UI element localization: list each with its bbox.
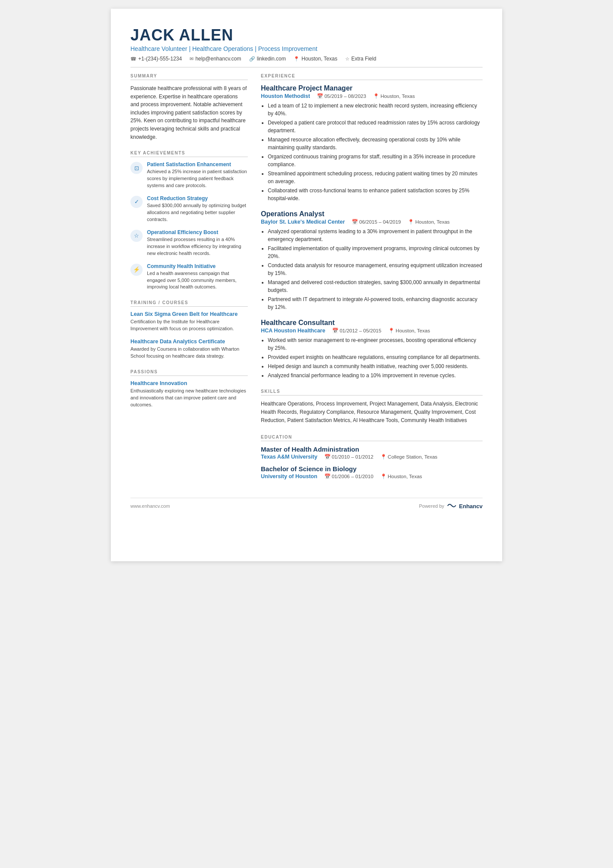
resume-container: JACK ALLEN Healthcare Volunteer | Health… xyxy=(111,9,502,561)
achievement-title-4: Community Health Initiative xyxy=(147,263,248,269)
exp-loc-2: 📍 Houston, Texas xyxy=(408,219,450,225)
exp-meta-1: Houston Methodist 📅 05/2019 – 08/2023 📍 … xyxy=(261,93,483,99)
exp-company-3: HCA Houston Healthcare xyxy=(261,328,325,334)
achievement-item-4: ⚡ Community Health Initiative Led a heal… xyxy=(130,263,248,291)
linkedin-icon: 🔗 xyxy=(249,56,255,62)
exp-meta-3: HCA Houston Healthcare 📅 01/2012 – 05/20… xyxy=(261,328,483,334)
bullet-2-3: Conducted data analysis for resource man… xyxy=(268,261,483,277)
training-title-1: Lean Six Sigma Green Belt for Healthcare xyxy=(130,311,248,317)
achievement-item-2: ✓ Cost Reduction Strategy Saved $300,000… xyxy=(130,195,248,223)
edu-meta-1: Texas A&M University 📅 01/2010 – 01/2012… xyxy=(261,454,483,460)
pin-edu-icon-1: 📍 xyxy=(380,454,386,460)
contact-email: ✉ help@enhancv.com xyxy=(190,56,241,62)
exp-bullets-1: Led a team of 12 to implement a new elec… xyxy=(261,102,483,202)
achievement-title-3: Operational Efficiency Boost xyxy=(147,229,248,235)
summary-text: Passionate healthcare professional with … xyxy=(130,84,248,141)
contact-phone: ☎ +1-(234)-555-1234 xyxy=(130,56,182,62)
exp-item-3: Healthcare Consultant HCA Houston Health… xyxy=(261,319,483,379)
bullet-2-1: Analyzed operational systems leading to … xyxy=(268,228,483,243)
passions-section: PASSIONS Healthcare Innovation Enthusias… xyxy=(130,369,248,409)
edu-loc-2: 📍 Houston, Texas xyxy=(380,473,422,479)
exp-date-3: 📅 01/2012 – 05/2015 xyxy=(332,328,381,334)
exp-item-1: Healthcare Project Manager Houston Metho… xyxy=(261,84,483,202)
bullet-3-1: Worked with senior management to re-engi… xyxy=(268,336,483,352)
edu-school-1: Texas A&M University xyxy=(261,454,317,460)
candidate-title: Healthcare Volunteer | Healthcare Operat… xyxy=(130,45,483,52)
bullet-2-5: Partnered with IT department to integrat… xyxy=(268,295,483,311)
phone-text: +1-(234)-555-1234 xyxy=(138,56,182,62)
candidate-name: JACK ALLEN xyxy=(130,26,483,44)
pin-edu-icon-2: 📍 xyxy=(380,473,386,479)
footer: www.enhancv.com Powered by Enhancv xyxy=(130,498,483,510)
bullet-1-4: Organized continuous training programs f… xyxy=(268,153,483,168)
education-section: EDUCATION Master of Health Administratio… xyxy=(261,435,483,479)
linkedin-text: linkedin.com xyxy=(257,56,286,62)
training-item-1: Lean Six Sigma Green Belt for Healthcare… xyxy=(130,311,248,332)
achievements-section: KEY ACHIEVEMENTS ⊡ Patient Satisfaction … xyxy=(130,151,248,291)
edu-loc-1: 📍 College Station, Texas xyxy=(380,454,437,460)
star-icon: ☆ xyxy=(345,56,350,62)
bullet-1-5: Streamlined appointment scheduling proce… xyxy=(268,170,483,185)
exp-job-title-2: Operations Analyst xyxy=(261,210,483,218)
training-desc-1: Certification by the Institute for Healt… xyxy=(130,318,248,332)
exp-bullets-2: Analyzed operational systems leading to … xyxy=(261,228,483,311)
passion-title-1: Healthcare Innovation xyxy=(130,380,248,386)
achievement-desc-3: Streamlined processes resulting in a 40%… xyxy=(147,236,248,257)
skills-section: SKILLS Healthcare Operations, Process Im… xyxy=(261,389,483,425)
footer-powered-by: Powered by Enhancv xyxy=(419,503,483,510)
training-label: TRAINING / COURSES xyxy=(130,300,248,307)
bullet-1-2: Developed a patient care protocol that r… xyxy=(268,119,483,134)
exp-loc-3: 📍 Houston, Texas xyxy=(388,328,430,334)
exp-job-title-3: Healthcare Consultant xyxy=(261,319,483,327)
contact-bar: ☎ +1-(234)-555-1234 ✉ help@enhancv.com 🔗… xyxy=(130,56,483,67)
bullet-3-4: Analyzed financial performance leading t… xyxy=(268,372,483,379)
achievement-icon-2: ✓ xyxy=(130,196,143,208)
exp-date-2: 📅 06/2015 – 04/2019 xyxy=(352,219,401,225)
contact-linkedin: 🔗 linkedin.com xyxy=(249,56,286,62)
powered-by-text: Powered by xyxy=(419,503,444,509)
achievements-label: KEY ACHIEVEMENTS xyxy=(130,151,248,157)
achievement-desc-2: Saved $300,000 annually by optimizing bu… xyxy=(147,202,248,223)
exp-company-2: Baylor St. Luke's Medical Center xyxy=(261,219,345,225)
bullet-3-3: Helped design and launch a community hea… xyxy=(268,362,483,370)
achievement-icon-4: ⚡ xyxy=(130,264,143,276)
achievement-item-1: ⊡ Patient Satisfaction Enhancement Achie… xyxy=(130,161,248,189)
email-text: help@enhancv.com xyxy=(195,56,241,62)
pin-icon-1: 📍 xyxy=(373,93,379,99)
exp-meta-2: Baylor St. Luke's Medical Center 📅 06/20… xyxy=(261,219,483,225)
email-icon: ✉ xyxy=(190,56,193,62)
skills-label: SKILLS xyxy=(261,389,483,395)
exp-bullets-3: Worked with senior management to re-engi… xyxy=(261,336,483,379)
education-label: EDUCATION xyxy=(261,435,483,441)
left-column: SUMMARY Passionate healthcare profession… xyxy=(130,74,248,489)
edu-degree-1: Master of Health Administration xyxy=(261,446,483,453)
achievement-icon-1: ⊡ xyxy=(130,162,143,174)
bullet-3-2: Provided expert insights on healthcare r… xyxy=(268,353,483,361)
passion-desc-1: Enthusiastically exploring new healthcar… xyxy=(130,388,248,409)
summary-section: SUMMARY Passionate healthcare profession… xyxy=(130,74,248,141)
bullet-1-1: Led a team of 12 to implement a new elec… xyxy=(268,102,483,117)
edu-item-1: Master of Health Administration Texas A&… xyxy=(261,446,483,460)
experience-label: EXPERIENCE xyxy=(261,74,483,80)
footer-url: www.enhancv.com xyxy=(130,503,170,509)
exp-date-1: 📅 05/2019 – 08/2023 xyxy=(317,93,366,99)
achievement-title-2: Cost Reduction Strategy xyxy=(147,195,248,201)
header: JACK ALLEN Healthcare Volunteer | Health… xyxy=(130,26,483,67)
calendar-icon-3: 📅 xyxy=(332,328,338,334)
training-section: TRAINING / COURSES Lean Six Sigma Green … xyxy=(130,300,248,360)
body-columns: SUMMARY Passionate healthcare profession… xyxy=(130,74,483,489)
calendar-edu-icon-1: 📅 xyxy=(324,454,330,460)
edu-degree-2: Bachelor of Science in Biology xyxy=(261,465,483,473)
location-text: Houston, Texas xyxy=(301,56,337,62)
brand-name: Enhancv xyxy=(459,503,483,509)
experience-section: EXPERIENCE Healthcare Project Manager Ho… xyxy=(261,74,483,379)
achievement-desc-1: Achieved a 25% increase in patient satis… xyxy=(147,168,248,189)
bullet-1-6: Collaborated with cross-functional teams… xyxy=(268,187,483,202)
edu-date-1: 📅 01/2010 – 01/2012 xyxy=(324,454,373,460)
achievement-icon-3: ☆ xyxy=(130,230,143,242)
passion-item-1: Healthcare Innovation Enthusiastically e… xyxy=(130,380,248,409)
achievement-title-1: Patient Satisfaction Enhancement xyxy=(147,161,248,168)
edu-meta-2: University of Houston 📅 01/2006 – 01/201… xyxy=(261,473,483,479)
contact-location: 📍 Houston, Texas xyxy=(293,56,337,62)
phone-icon: ☎ xyxy=(130,56,137,62)
